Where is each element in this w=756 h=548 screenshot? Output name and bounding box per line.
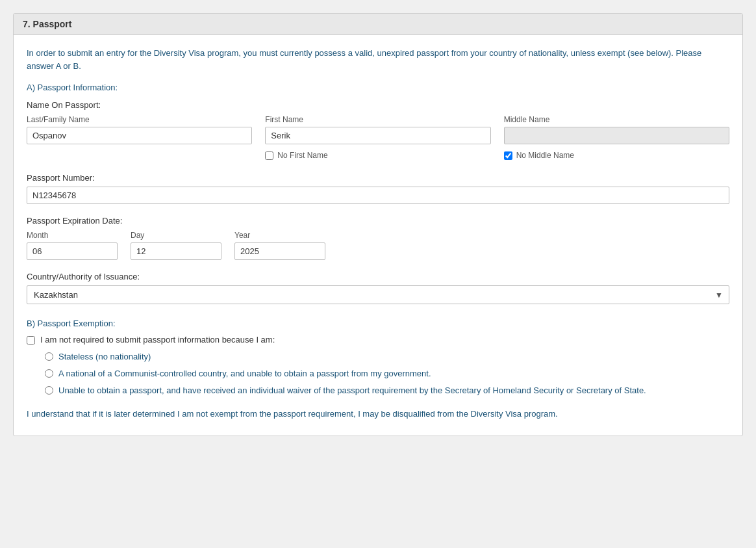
no-middle-name-checkbox[interactable]	[504, 151, 512, 160]
no-first-name-checkbox[interactable]	[265, 151, 273, 160]
subsection-a-label: A) Passport Information:	[27, 83, 729, 92]
passport-number-section: Passport Number:	[27, 173, 729, 204]
last-name-label: Last/Family Name	[27, 115, 252, 124]
section-header: 7. Passport	[14, 14, 742, 35]
exemption-checkbox[interactable]	[27, 336, 35, 345]
year-col: Year	[234, 231, 325, 260]
radio-item-stateless: Stateless (no nationality)	[45, 351, 729, 363]
radio-item-waiver: Unable to obtain a passport, and have re…	[45, 385, 729, 397]
middle-name-label: Middle Name	[504, 115, 729, 124]
middle-name-col: Middle Name No Middle Name	[504, 115, 729, 163]
last-name-input[interactable]	[27, 127, 252, 144]
day-label: Day	[131, 231, 221, 240]
no-first-name-text: No First Name	[277, 151, 327, 160]
month-label: Month	[27, 231, 118, 240]
radio-item-communist: A national of a Communist-controlled cou…	[45, 368, 729, 380]
date-row: Month Day Year	[27, 231, 729, 260]
expiration-date-label: Passport Expiration Date:	[27, 216, 729, 226]
passport-number-input[interactable]	[27, 187, 729, 204]
day-input[interactable]	[131, 242, 221, 260]
info-text: In order to submit an entry for the Dive…	[27, 47, 729, 72]
country-label: Country/Authority of Issuance:	[27, 272, 729, 281]
no-first-name-checkbox-label: No First Name	[265, 151, 490, 160]
first-name-input[interactable]	[265, 127, 490, 144]
expiration-date-section: Passport Expiration Date: Month Day Year	[27, 216, 729, 260]
year-input[interactable]	[234, 242, 325, 260]
name-on-passport-label: Name On Passport:	[27, 100, 729, 110]
radio-communist-text: A national of a Communist-controlled cou…	[58, 368, 431, 380]
last-name-col: Last/Family Name	[27, 115, 252, 163]
card-body: In order to submit an entry for the Dive…	[14, 35, 742, 436]
month-col: Month	[27, 231, 118, 260]
middle-name-input[interactable]	[504, 127, 729, 144]
passport-number-label: Passport Number:	[27, 173, 729, 183]
no-middle-name-text: No Middle Name	[516, 151, 574, 160]
exemption-main-checkbox-row: I am not required to submit passport inf…	[27, 335, 729, 345]
no-middle-name-checkbox-label: No Middle Name	[504, 151, 729, 160]
year-label: Year	[234, 231, 325, 240]
radio-stateless[interactable]	[45, 352, 53, 361]
no-first-name-area: No First Name	[265, 147, 490, 163]
country-section: Country/Authority of Issuance: Kazakhsta…	[27, 272, 729, 304]
day-col: Day	[131, 231, 221, 260]
country-select[interactable]: Kazakhstan	[27, 285, 729, 304]
country-select-wrapper: Kazakhstan ▼	[27, 285, 729, 304]
exemption-section: B) Passport Exemption: I am not required…	[27, 319, 729, 397]
subsection-b-label: B) Passport Exemption:	[27, 319, 729, 328]
radio-waiver[interactable]	[45, 386, 53, 395]
name-fields-row: Last/Family Name First Name No First Nam…	[27, 115, 729, 163]
radio-group: Stateless (no nationality) A national of…	[45, 351, 729, 397]
exemption-checkbox-label: I am not required to submit passport inf…	[40, 335, 275, 345]
name-on-passport-section: Name On Passport: Last/Family Name First…	[27, 100, 729, 163]
first-name-label: First Name	[265, 115, 490, 124]
radio-stateless-text: Stateless (no nationality)	[58, 351, 151, 363]
section-title: 7. Passport	[23, 19, 71, 29]
radio-waiver-text: Unable to obtain a passport, and have re…	[58, 385, 646, 397]
first-name-col: First Name No First Name	[265, 115, 490, 163]
radio-communist[interactable]	[45, 369, 53, 378]
footer-note: I understand that if it is later determi…	[27, 408, 729, 421]
passport-section-card: 7. Passport In order to submit an entry …	[13, 13, 743, 436]
month-input[interactable]	[27, 242, 118, 260]
no-middle-name-area: No Middle Name	[504, 147, 729, 163]
